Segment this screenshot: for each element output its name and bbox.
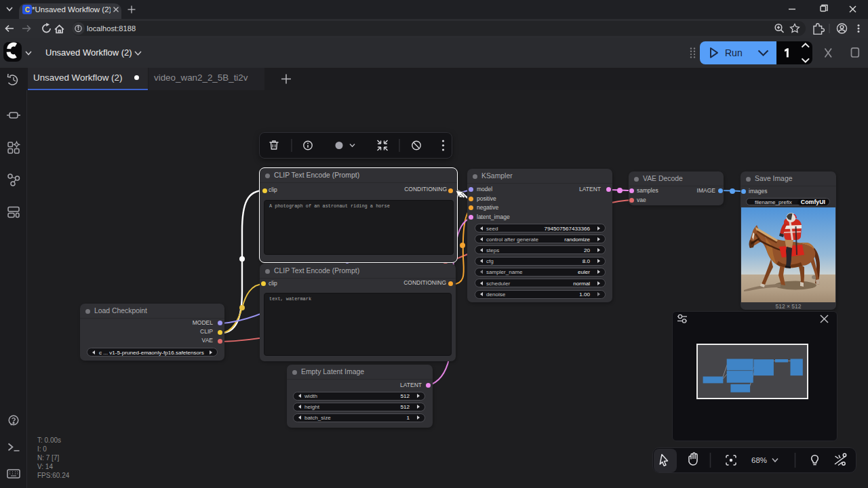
svg-text:C: C [25,6,30,14]
svg-text:Run: Run [725,47,743,58]
